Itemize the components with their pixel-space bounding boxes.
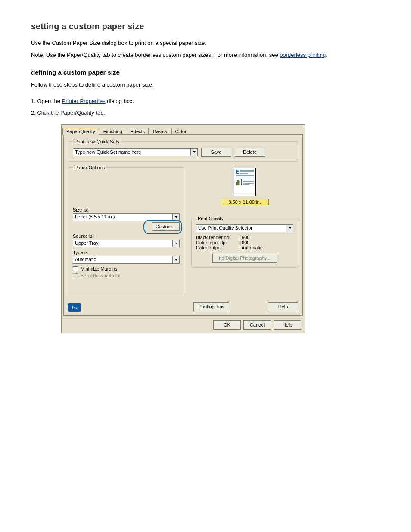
page-preview: E: [234, 168, 256, 196]
link-borderless-printing[interactable]: borderless printing: [280, 52, 326, 58]
preview-chart-icon: [236, 179, 242, 185]
quality-dropdown-icon[interactable]: [286, 224, 293, 232]
color-output-value: : Automatic: [239, 245, 262, 250]
step1-suffix: dialog box.: [106, 98, 134, 104]
borderless-label: Borderless Auto Fit: [81, 273, 121, 278]
size-label: Size is:: [73, 207, 180, 212]
note-text: Use the Paper/Quality tab to create bord…: [44, 52, 280, 58]
source-value: Upper Tray: [73, 240, 173, 247]
doc-heading2: defining a custom paper size: [31, 68, 380, 77]
digital-photography-button: hp Digital Photography...: [212, 254, 277, 263]
source-label: Source is:: [73, 233, 180, 239]
tab-basics[interactable]: Basics: [149, 128, 171, 135]
type-value: Automatic: [73, 256, 173, 264]
steps-intro: Follow these steps to define a custom pa…: [31, 81, 380, 89]
type-dropdown-icon[interactable]: [173, 256, 180, 264]
black-dpi-value: : 600: [239, 235, 249, 240]
quality-combo[interactable]: Use Print Quality Selector: [196, 224, 293, 232]
tab-color[interactable]: Color: [171, 128, 190, 135]
note-after: .: [326, 52, 327, 58]
hp-logo-icon: hp: [68, 303, 81, 312]
print-quality-legend: Print Quality: [196, 216, 225, 221]
black-dpi-label: Black render dpi: [196, 235, 239, 240]
doc-intro: Use the Custom Paper Size dialog box to …: [31, 39, 380, 47]
color-output-label: Color output: [196, 245, 239, 250]
cancel-button[interactable]: Cancel: [243, 320, 271, 330]
link-printer-properties[interactable]: Printer Properties: [62, 98, 106, 104]
tab-finishing[interactable]: Finishing: [100, 128, 126, 135]
tab-effects[interactable]: Effects: [127, 128, 149, 135]
quickset-combo[interactable]: [73, 148, 198, 156]
print-quality-group: Print Quality Use Print Quality Selector…: [191, 216, 298, 268]
size-value: Letter (8.5 x 11 in.): [73, 213, 173, 221]
printing-tips-button[interactable]: Printing Tips: [193, 302, 229, 311]
borderless-checkbox: [73, 273, 78, 278]
color-input-dpi-label: Color input dpi: [196, 240, 239, 245]
size-dropdown-icon[interactable]: [173, 213, 180, 221]
quickset-dropdown-icon[interactable]: [191, 148, 198, 156]
tab-panel: Print Task Quick Sets Save Delete: [63, 134, 303, 316]
size-combo[interactable]: Letter (8.5 x 11 in.): [73, 213, 180, 221]
printer-properties-dialog: Paper/Quality Finishing Effects Basics C…: [61, 124, 305, 333]
source-dropdown-icon[interactable]: [173, 240, 180, 247]
quickset-legend: Print Task Quick Sets: [73, 139, 121, 144]
quickset-input[interactable]: [73, 148, 191, 156]
step-1: 1. Open the Printer Properties dialog bo…: [31, 97, 380, 105]
step1-prefix: 1. Open the: [31, 98, 62, 104]
paper-options-group: Paper Options Size is: Letter (8.5 x 11 …: [68, 165, 184, 296]
dialog-button-row: OK Cancel Help: [62, 318, 305, 333]
quickset-group: Print Task Quick Sets Save Delete: [68, 139, 298, 162]
tabstrip: Paper/Quality Finishing Effects Basics C…: [62, 126, 305, 134]
preview-letter-icon: E: [236, 170, 239, 174]
tab-paper-quality[interactable]: Paper/Quality: [62, 128, 99, 135]
minimize-margins-label: Minimize Margins: [81, 266, 118, 271]
panel-help-button[interactable]: Help: [268, 302, 298, 311]
minimize-margins-checkbox[interactable]: [73, 266, 78, 271]
save-button[interactable]: Save: [201, 148, 231, 157]
type-label: Type is:: [73, 250, 180, 255]
custom-size-button[interactable]: Custom...: [152, 222, 180, 231]
delete-button[interactable]: Delete: [235, 148, 265, 157]
type-combo[interactable]: Automatic: [73, 256, 180, 264]
step-2: 2. Click the Paper/Quality tab.: [31, 109, 380, 117]
paper-options-legend: Paper Options: [73, 165, 106, 170]
color-input-dpi-value: : 600: [239, 240, 249, 245]
preview-size-badge: 8.50 x 11.00 in.: [221, 199, 269, 205]
dialog-help-button[interactable]: Help: [274, 320, 301, 330]
source-combo[interactable]: Upper Tray: [73, 240, 180, 247]
quality-value: Use Print Quality Selector: [196, 224, 286, 232]
note-label: Note:: [31, 52, 44, 58]
doc-heading: setting a custom paper size: [31, 21, 380, 32]
doc-note: Note: Use the Paper/Quality tab to creat…: [31, 51, 380, 59]
ok-button[interactable]: OK: [213, 320, 241, 330]
